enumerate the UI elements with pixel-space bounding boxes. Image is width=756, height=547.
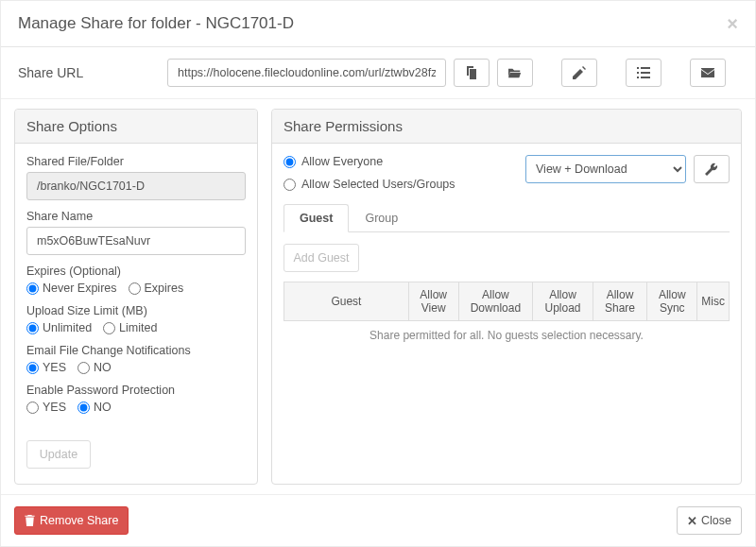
share-options-body: Shared File/Folder Share Name Expires (O… bbox=[15, 144, 257, 480]
share-url-row: Share URL bbox=[1, 47, 755, 99]
permissions-scope-row: Allow Everyone Allow Selected Users/Grou… bbox=[284, 155, 730, 191]
share-name-label: Share Name bbox=[26, 210, 246, 223]
col-allow-download: Allow Download bbox=[458, 282, 533, 321]
folder-open-icon bbox=[508, 66, 522, 79]
password-yes-radio[interactable]: YES bbox=[26, 401, 66, 414]
edit-icon bbox=[573, 66, 586, 79]
add-guest-button[interactable]: Add Guest bbox=[284, 244, 359, 272]
share-options-title: Share Options bbox=[15, 110, 257, 144]
manage-share-modal: Manage Share for folder - NGC1701-D × Sh… bbox=[0, 0, 756, 547]
close-button[interactable]: ✕ Close bbox=[677, 506, 742, 535]
modal-footer: Remove Share ✕ Close bbox=[1, 494, 755, 546]
permission-tabs: Guest Group bbox=[284, 204, 730, 232]
modal-header: Manage Share for folder - NGC1701-D × bbox=[1, 1, 755, 47]
col-allow-sync: Allow Sync bbox=[647, 282, 697, 321]
allow-selected-radio[interactable]: Allow Selected Users/Groups bbox=[284, 178, 455, 191]
share-permissions-panel: Share Permissions Allow Everyone Allow S… bbox=[271, 109, 742, 485]
email-notif-yes-radio[interactable]: YES bbox=[26, 361, 66, 374]
email-share-button[interactable] bbox=[690, 59, 726, 87]
upload-limit-label: Upload Size Limit (MB) bbox=[26, 304, 246, 317]
copy-icon bbox=[465, 66, 478, 79]
permission-settings-button[interactable] bbox=[694, 155, 730, 183]
share-name-field: Share Name bbox=[26, 210, 246, 255]
email-notif-label: Email File Change Notifications bbox=[26, 344, 246, 357]
col-guest: Guest bbox=[284, 282, 409, 321]
copy-url-button[interactable] bbox=[454, 59, 490, 87]
share-permissions-title: Share Permissions bbox=[272, 110, 741, 144]
open-folder-button[interactable] bbox=[497, 59, 533, 87]
expires-expires-radio[interactable]: Expires bbox=[129, 282, 184, 295]
table-header-row: Guest Allow View Allow Download Allow Up… bbox=[284, 282, 730, 321]
password-no-radio[interactable]: NO bbox=[77, 401, 112, 414]
col-allow-share: Allow Share bbox=[593, 282, 646, 321]
update-button[interactable]: Update bbox=[26, 440, 91, 469]
share-url-label: Share URL bbox=[18, 65, 160, 80]
expires-field: Expires (Optional) Never Expires Expires bbox=[26, 265, 246, 295]
trash-icon bbox=[25, 515, 35, 526]
list-icon bbox=[637, 66, 650, 79]
allow-everyone-radio[interactable]: Allow Everyone bbox=[284, 155, 455, 168]
shared-path-label: Shared File/Folder bbox=[26, 155, 246, 168]
share-url-input[interactable] bbox=[167, 59, 446, 87]
expires-never-radio[interactable]: Never Expires bbox=[26, 282, 117, 295]
col-allow-upload: Allow Upload bbox=[533, 282, 593, 321]
password-label: Enable Password Protection bbox=[26, 384, 246, 397]
modal-title: Manage Share for folder - NGC1701-D bbox=[18, 14, 294, 33]
tab-guest[interactable]: Guest bbox=[284, 204, 349, 232]
share-options-panel: Share Options Shared File/Folder Share N… bbox=[14, 109, 258, 485]
upload-limit-field: Upload Size Limit (MB) Unlimited Limited bbox=[26, 304, 246, 334]
tab-group[interactable]: Group bbox=[349, 204, 414, 232]
list-view-button[interactable] bbox=[626, 59, 662, 87]
edit-share-button[interactable] bbox=[561, 59, 597, 87]
expires-label: Expires (Optional) bbox=[26, 265, 246, 278]
col-misc: Misc bbox=[697, 282, 730, 321]
wrench-icon bbox=[705, 162, 718, 176]
shared-path-input bbox=[26, 172, 246, 200]
permissions-empty-message: Share permitted for all. No guests selec… bbox=[284, 321, 730, 350]
share-permissions-body: Allow Everyone Allow Selected Users/Grou… bbox=[272, 144, 741, 361]
upload-limited-radio[interactable]: Limited bbox=[103, 321, 157, 334]
close-icon[interactable]: × bbox=[727, 14, 738, 33]
close-x-icon: ✕ bbox=[687, 514, 697, 528]
permission-level-select[interactable]: View + Download bbox=[525, 155, 686, 183]
upload-unlimited-radio[interactable]: Unlimited bbox=[26, 321, 92, 334]
email-notif-field: Email File Change Notifications YES NO bbox=[26, 344, 246, 374]
remove-share-button[interactable]: Remove Share bbox=[14, 506, 129, 535]
envelope-icon bbox=[701, 66, 714, 79]
email-notif-no-radio[interactable]: NO bbox=[77, 361, 112, 374]
col-allow-view: Allow View bbox=[408, 282, 458, 321]
share-name-input[interactable] bbox=[26, 227, 246, 255]
permissions-table: Guest Allow View Allow Download Allow Up… bbox=[284, 282, 730, 321]
password-field: Enable Password Protection YES NO bbox=[26, 384, 246, 414]
modal-body: Share Options Shared File/Folder Share N… bbox=[1, 99, 755, 494]
shared-path-field: Shared File/Folder bbox=[26, 155, 246, 200]
